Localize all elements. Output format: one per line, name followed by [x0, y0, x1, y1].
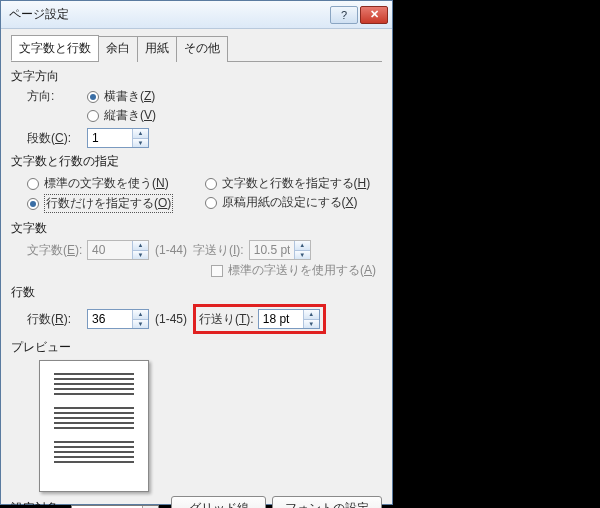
line-pitch-spinner[interactable]: ▲▼ — [258, 309, 320, 329]
check-standard-pitch-label: 標準の字送りを使用する(A) — [228, 262, 376, 279]
tab-paper[interactable]: 用紙 — [137, 36, 177, 62]
radio-vertical[interactable] — [87, 110, 99, 122]
char-pitch-spinner: ▲▼ — [249, 240, 311, 260]
section-preview: プレビュー — [11, 339, 382, 356]
columns-label: 段数(C): — [27, 130, 87, 147]
close-button[interactable]: ✕ — [360, 6, 388, 24]
chars-spinner: ▲▼ — [87, 240, 149, 260]
grid-lines-button[interactable]: グリッド線(W)... — [171, 496, 265, 508]
spin-down-icon: ▼ — [133, 139, 148, 148]
radio-genko-label: 原稿用紙の設定にする(X) — [222, 194, 358, 211]
radio-standard-label: 標準の文字数を使う(N) — [44, 175, 169, 192]
radio-horizontal-label: 横書き(Z) — [104, 88, 155, 105]
page-setup-dialog: ページ設定 ? ✕ 文字数と行数 余白 用紙 その他 文字方向 方向: 横書き(… — [0, 0, 393, 505]
section-chars: 文字数 — [11, 220, 382, 237]
char-pitch-label: 字送り(I): — [193, 242, 244, 259]
char-pitch-input — [250, 241, 294, 259]
radio-chars-lines[interactable] — [205, 178, 217, 190]
columns-spinner[interactable]: ▲▼ — [87, 128, 149, 148]
tab-other[interactable]: その他 — [176, 36, 228, 62]
radio-standard[interactable] — [27, 178, 39, 190]
lines-input[interactable] — [88, 310, 132, 328]
radio-genko[interactable] — [205, 197, 217, 209]
title-bar: ページ設定 ? ✕ — [1, 1, 392, 29]
font-settings-button[interactable]: フォントの設定(F)... — [272, 496, 382, 508]
tab-margins[interactable]: 余白 — [98, 36, 138, 62]
lines-label: 行数(R): — [27, 311, 87, 328]
help-button[interactable]: ? — [330, 6, 358, 24]
section-spec: 文字数と行数の指定 — [11, 153, 382, 170]
apply-to-label: 設定対象(Y): — [11, 500, 65, 508]
spin-up-icon: ▲ — [133, 129, 148, 139]
lines-spinner[interactable]: ▲▼ — [87, 309, 149, 329]
chars-label: 文字数(E): — [27, 242, 87, 259]
line-pitch-label: 行送り(T): — [199, 311, 254, 328]
chars-range: (1-44) — [155, 243, 187, 257]
columns-input[interactable] — [88, 129, 132, 147]
check-standard-pitch — [211, 265, 223, 277]
radio-lines-only[interactable] — [27, 198, 39, 210]
tab-bar: 文字数と行数 余白 用紙 その他 — [11, 35, 382, 62]
radio-horizontal[interactable] — [87, 91, 99, 103]
radio-vertical-label: 縦書き(V) — [104, 107, 156, 124]
line-pitch-highlight: 行送り(T): ▲▼ — [193, 304, 326, 334]
dialog-title: ページ設定 — [9, 6, 328, 23]
tab-chars-lines[interactable]: 文字数と行数 — [11, 35, 99, 61]
section-lines: 行数 — [11, 284, 382, 301]
direction-label: 方向: — [27, 88, 87, 105]
section-direction: 文字方向 — [11, 68, 382, 85]
radio-chars-lines-label: 文字数と行数を指定する(H) — [222, 175, 371, 192]
line-pitch-input[interactable] — [259, 310, 303, 328]
preview-canvas — [39, 360, 149, 492]
chars-input — [88, 241, 132, 259]
radio-lines-only-label: 行数だけを指定する(O) — [44, 194, 173, 213]
lines-range: (1-45) — [155, 312, 187, 326]
